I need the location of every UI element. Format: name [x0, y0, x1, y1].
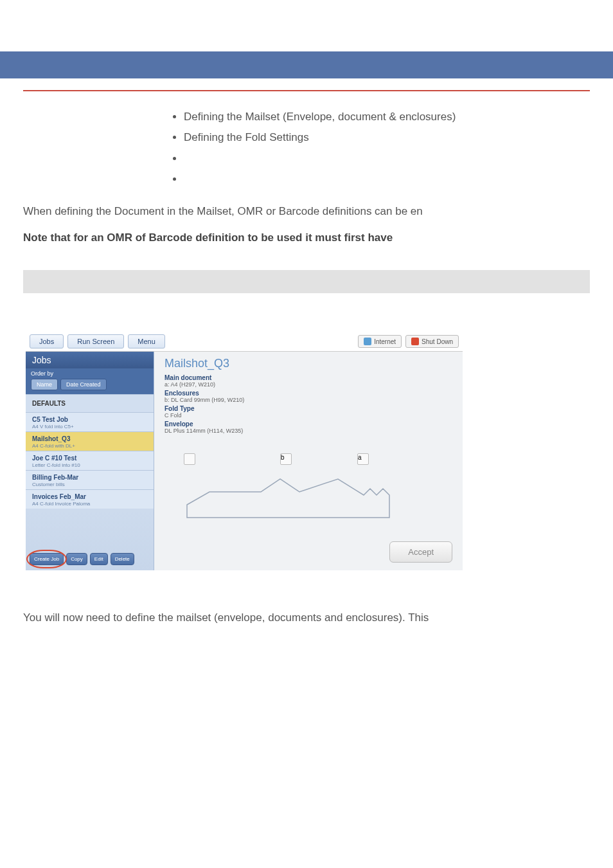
- sidebar-job-item[interactable]: Joe C #10 Test Letter C-fold into #10: [26, 451, 154, 470]
- sidebar-job-item-selected[interactable]: Mailshot_Q3 A4 C-fold with DL+: [26, 431, 154, 451]
- orderby-name-button[interactable]: Name: [31, 379, 58, 390]
- job-title: Mailshot_Q3: [164, 357, 452, 370]
- list-item: Defining the Mailset (Envelope, document…: [184, 107, 590, 127]
- sidebar-job-item[interactable]: C5 Test Job A4 V fold into C5+: [26, 412, 154, 431]
- orderby-label: Order by: [31, 370, 148, 377]
- copy-button[interactable]: Copy: [66, 553, 87, 565]
- paragraph: When defining the Document in the Mailse…: [23, 203, 590, 220]
- status-label: Internet: [374, 338, 396, 345]
- sidebar: Jobs Order by Name Date Created DEFAULTS…: [26, 352, 154, 570]
- job-sub: Letter C-fold into #10: [32, 462, 147, 468]
- detail-label: Enclosures: [164, 390, 452, 397]
- job-sub: A4 V fold into C5+: [32, 424, 147, 429]
- feeder-c-icon: a: [357, 453, 369, 465]
- detail-value: DL Plus 114mm (H114, W235): [164, 428, 452, 434]
- job-name: Invoices Feb_Mar: [32, 493, 147, 500]
- shutdown-label: Shut Down: [422, 338, 453, 345]
- delete-button[interactable]: Delete: [111, 553, 134, 565]
- definition-list: Defining the Mailset (Envelope, document…: [184, 107, 590, 190]
- shutdown-button[interactable]: Shut Down: [405, 335, 459, 348]
- orderby-date-button[interactable]: Date Created: [60, 379, 107, 390]
- note-bold: Note that for an OMR of Barcode definiti…: [23, 231, 590, 244]
- job-sub: Customer bills: [32, 482, 147, 487]
- header-band: [0, 51, 613, 78]
- machine-diagram: b a: [164, 453, 452, 537]
- detail-value: C Fold: [164, 412, 452, 419]
- divider: [23, 90, 590, 91]
- sidebar-header: Jobs: [26, 352, 154, 368]
- create-job-button[interactable]: Create Job: [30, 553, 64, 565]
- job-name: Billing Feb-Mar: [32, 474, 147, 481]
- machine-outline-icon: [184, 473, 415, 537]
- tab-menu[interactable]: Menu: [128, 334, 165, 348]
- power-icon: [411, 338, 419, 345]
- detail-value: a: A4 (H297, W210): [164, 381, 452, 388]
- feeder-a-icon: [184, 453, 195, 465]
- edit-button[interactable]: Edit: [90, 553, 108, 565]
- sidebar-job-item[interactable]: Billing Feb-Mar Customer bills: [26, 470, 154, 489]
- job-sub: A4 C-fold Invoice Paloma: [32, 501, 147, 507]
- detail-label: Envelope: [164, 420, 452, 428]
- job-name: Mailshot_Q3: [32, 435, 147, 442]
- sidebar-item-defaults[interactable]: DEFAULTS: [26, 394, 154, 412]
- sidebar-footer: Create Job Copy Edit Delete: [26, 548, 154, 570]
- accept-button[interactable]: Accept: [389, 541, 452, 563]
- sidebar-job-item[interactable]: Invoices Feb_Mar A4 C-fold Invoice Palom…: [26, 489, 154, 509]
- paragraph-bottom: You will now need to define the mailset …: [23, 609, 590, 626]
- list-item: Defining the Fold Settings: [184, 127, 590, 148]
- detail-value: b: DL Card 99mm (H99, W210): [164, 397, 452, 403]
- app-screenshot: Jobs Run Screen Menu Internet Shut Down …: [26, 332, 463, 570]
- detail-label: Fold Type: [164, 405, 452, 412]
- list-item: [184, 149, 590, 169]
- tab-runscreen[interactable]: Run Screen: [67, 334, 124, 348]
- list-item: [184, 169, 590, 190]
- feeder-b-icon: b: [280, 453, 292, 465]
- job-name: C5 Test Job: [32, 416, 147, 423]
- job-name: Joe C #10 Test: [32, 455, 147, 462]
- detail-label: Main document: [164, 374, 452, 381]
- app-topbar: Jobs Run Screen Menu Internet Shut Down: [26, 332, 463, 352]
- status-internet[interactable]: Internet: [358, 335, 402, 348]
- app-body: Jobs Order by Name Date Created DEFAULTS…: [26, 352, 463, 570]
- job-sub: A4 C-fold with DL+: [32, 443, 147, 449]
- globe-icon: [364, 338, 371, 345]
- main-panel: Mailshot_Q3 Main document a: A4 (H297, W…: [154, 352, 463, 570]
- orderby-section: Order by Name Date Created: [26, 368, 154, 394]
- gray-band: [23, 270, 590, 293]
- tab-jobs[interactable]: Jobs: [30, 334, 64, 348]
